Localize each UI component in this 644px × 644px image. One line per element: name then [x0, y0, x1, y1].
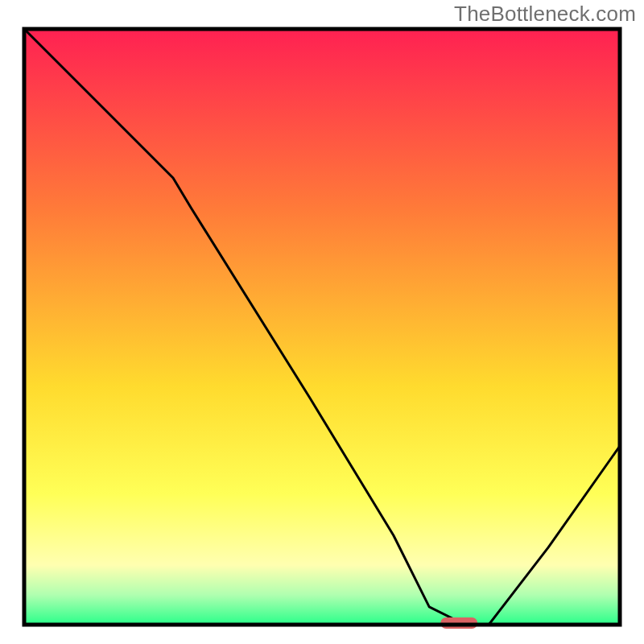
chart-container: TheBottleneck.com — [0, 0, 644, 644]
watermark-label: TheBottleneck.com — [454, 2, 636, 27]
bottleneck-chart — [0, 0, 644, 644]
